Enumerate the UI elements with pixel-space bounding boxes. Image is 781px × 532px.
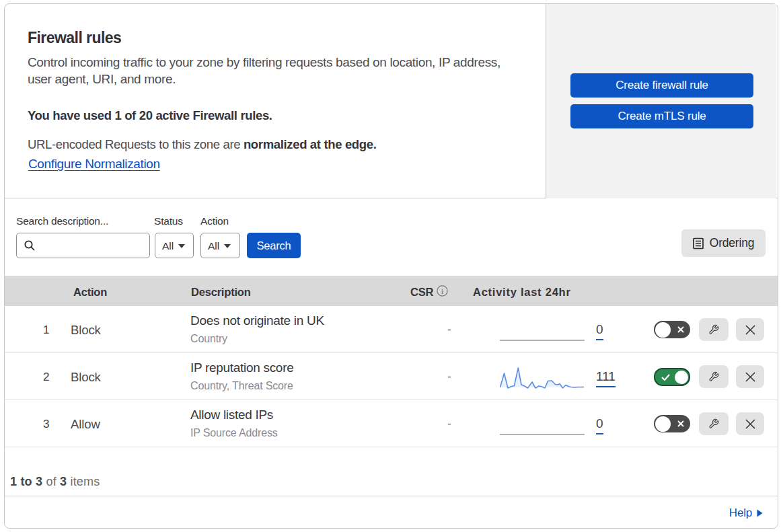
svg-text:i: i [441, 287, 443, 295]
